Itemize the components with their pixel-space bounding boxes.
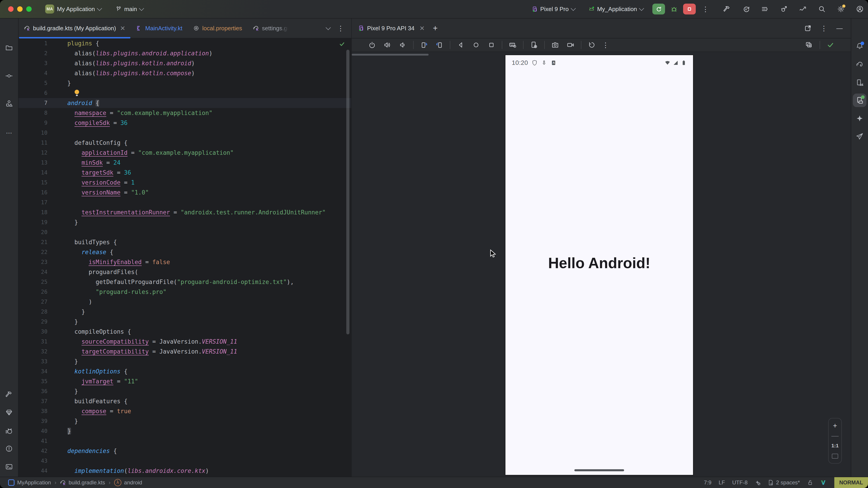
- vim-mode-badge[interactable]: NORMAL: [834, 477, 868, 488]
- code-line[interactable]: 14 targetSdk = 36: [19, 168, 351, 177]
- panel-options-kebab-icon[interactable]: ⋮: [818, 24, 830, 32]
- tool-problems-button[interactable]: [5, 445, 13, 452]
- code-line[interactable]: 35 jvmTarget = "11": [19, 377, 351, 386]
- intention-bulb-icon[interactable]: [74, 89, 80, 96]
- tab-local-properties[interactable]: local.properties: [188, 19, 248, 38]
- tool-dependencies-button[interactable]: [5, 409, 13, 416]
- android-overview-icon[interactable]: [488, 41, 495, 48]
- code-line[interactable]: 11 defaultConfig {: [19, 138, 351, 148]
- code-line[interactable]: 10: [19, 128, 351, 138]
- apply-code-changes-icon[interactable]: [761, 5, 769, 13]
- tab-list-chevron-icon[interactable]: [326, 25, 331, 30]
- fullscreen-window-button[interactable]: [26, 6, 32, 12]
- tool-notifications-button[interactable]: [856, 42, 863, 50]
- breadcrumb-element[interactable]: λ android: [114, 479, 142, 486]
- code-line[interactable]: 21 buildTypes {: [19, 237, 351, 247]
- device-settings-icon[interactable]: [530, 41, 537, 48]
- code-line[interactable]: 29 }: [19, 317, 351, 327]
- apply-changes-icon[interactable]: A: [742, 5, 749, 13]
- minimize-window-button[interactable]: [17, 6, 23, 12]
- code-line[interactable]: 19 }: [19, 217, 351, 227]
- reset-device-icon[interactable]: [588, 41, 595, 48]
- gesture-navigation-handle[interactable]: [575, 469, 624, 471]
- rotate-left-icon[interactable]: [421, 41, 428, 48]
- code-line[interactable]: 20: [19, 227, 351, 237]
- screen-record-icon[interactable]: [567, 41, 574, 48]
- code-line[interactable]: 28 }: [19, 307, 351, 317]
- zoom-fit-button[interactable]: [832, 454, 838, 459]
- tool-structure-button[interactable]: [5, 100, 13, 107]
- code-line[interactable]: 3 alias(libs.plugins.kotlin.android): [19, 58, 351, 68]
- indent-widget[interactable]: 2 spaces*: [768, 480, 800, 486]
- tab-build-gradle[interactable]: K build.gradle.kts (My Application) ✕: [19, 19, 131, 38]
- code-line[interactable]: 22 release {: [19, 247, 351, 257]
- phone-screen[interactable]: 10:20 A Hello Android!: [505, 55, 693, 475]
- code-line[interactable]: 33 }: [19, 357, 351, 366]
- code-line[interactable]: 24 proguardFiles(: [19, 267, 351, 277]
- device-tab-pixel9pro[interactable]: Pixel 9 Pro API 34 ✕: [356, 25, 427, 32]
- code-line[interactable]: 43: [19, 456, 351, 466]
- code-line[interactable]: 15 versionCode = 1: [19, 177, 351, 188]
- more-run-actions-button[interactable]: ⋮: [700, 5, 712, 13]
- breadcrumb-module[interactable]: MyApplication: [8, 480, 51, 486]
- emulator-more-kebab-icon[interactable]: ⋮: [599, 41, 612, 49]
- tool-terminal-button[interactable]: [5, 463, 13, 470]
- editor-scrollbar[interactable]: [346, 50, 349, 334]
- code-line[interactable]: 17: [19, 197, 351, 207]
- hardware-input-icon[interactable]: [509, 41, 516, 48]
- tool-app-insights-button[interactable]: [856, 133, 863, 140]
- caret-position-widget[interactable]: 7:9: [704, 480, 711, 486]
- zoom-in-button[interactable]: +: [833, 423, 837, 428]
- build-hammer-icon[interactable]: [723, 5, 731, 13]
- breadcrumb-file[interactable]: K build.gradle.kts: [60, 480, 105, 486]
- search-everywhere-icon[interactable]: [818, 5, 826, 13]
- code-line[interactable]: 1plugins {: [19, 38, 351, 48]
- attach-debugger-icon[interactable]: [780, 5, 787, 13]
- tool-commit-button[interactable]: [5, 72, 13, 79]
- code-line[interactable]: 13 minSdk = 24: [19, 158, 351, 168]
- volume-down-icon[interactable]: [399, 41, 406, 48]
- code-line[interactable]: 44 implementation(libs.androidx.core.ktx…: [19, 466, 351, 476]
- tool-device-manager-button[interactable]: [856, 79, 863, 86]
- debug-app-button[interactable]: [668, 4, 680, 14]
- vim-plugin-icon[interactable]: [820, 480, 826, 486]
- tool-more-button[interactable]: ⋯: [6, 129, 12, 137]
- tool-running-devices-button[interactable]: [853, 94, 866, 107]
- code-line[interactable]: 25 getDefaultProguardFile("proguard-andr…: [19, 277, 351, 287]
- close-window-button[interactable]: [8, 6, 13, 12]
- tool-gemini-button[interactable]: [856, 115, 863, 122]
- close-device-tab-icon[interactable]: ✕: [420, 25, 425, 32]
- code-line[interactable]: 34 kotlinOptions {: [19, 366, 351, 377]
- zoom-ratio-button[interactable]: 1:1: [831, 443, 839, 449]
- code-line[interactable]: 37 buildFeatures {: [19, 396, 351, 406]
- run-configuration-selector[interactable]: My_Application: [585, 4, 647, 14]
- power-button-icon[interactable]: [368, 41, 376, 48]
- code-line[interactable]: 40}: [19, 426, 351, 436]
- code-line[interactable]: 16 versionName = "1.0": [19, 188, 351, 197]
- vcs-branch-widget[interactable]: main: [112, 4, 147, 14]
- open-in-new-window-icon[interactable]: [804, 25, 811, 32]
- zoom-out-button[interactable]: —: [831, 433, 839, 438]
- code-line[interactable]: 5}: [19, 78, 351, 88]
- code-line[interactable]: 32 targetCompatibility = JavaVersion.VER…: [19, 347, 351, 357]
- android-back-icon[interactable]: [457, 41, 464, 48]
- tool-build-button[interactable]: [5, 391, 13, 398]
- tab-options-kebab-icon[interactable]: ⋮: [335, 24, 347, 32]
- code-line[interactable]: 8 namespace = "com.example.myapplication…: [19, 108, 351, 118]
- android-home-icon[interactable]: [472, 41, 480, 48]
- code-line[interactable]: 9 compileSdk = 36: [19, 118, 351, 128]
- code-editor[interactable]: 1plugins {2 alias(libs.plugins.android.a…: [19, 38, 351, 477]
- profiler-icon[interactable]: [799, 5, 807, 13]
- code-line[interactable]: 30 compileOptions {: [19, 327, 351, 337]
- close-tab-icon[interactable]: ✕: [120, 25, 125, 32]
- rotate-right-icon[interactable]: [436, 41, 443, 48]
- rerun-app-button[interactable]: [652, 4, 665, 14]
- unlock-icon[interactable]: [807, 480, 813, 486]
- code-line[interactable]: 18 testInstrumentationRunner = "androidx…: [19, 207, 351, 217]
- ai-assistant-status-icon[interactable]: [755, 480, 761, 486]
- code-line[interactable]: 31 sourceCompatibility = JavaVersion.VER…: [19, 337, 351, 347]
- stop-app-button[interactable]: [683, 4, 696, 14]
- code-line[interactable]: 6: [19, 88, 351, 98]
- code-line[interactable]: 12 applicationId = "com.example.myapplic…: [19, 148, 351, 158]
- device-selector[interactable]: Pixel 9 Pro: [528, 4, 579, 14]
